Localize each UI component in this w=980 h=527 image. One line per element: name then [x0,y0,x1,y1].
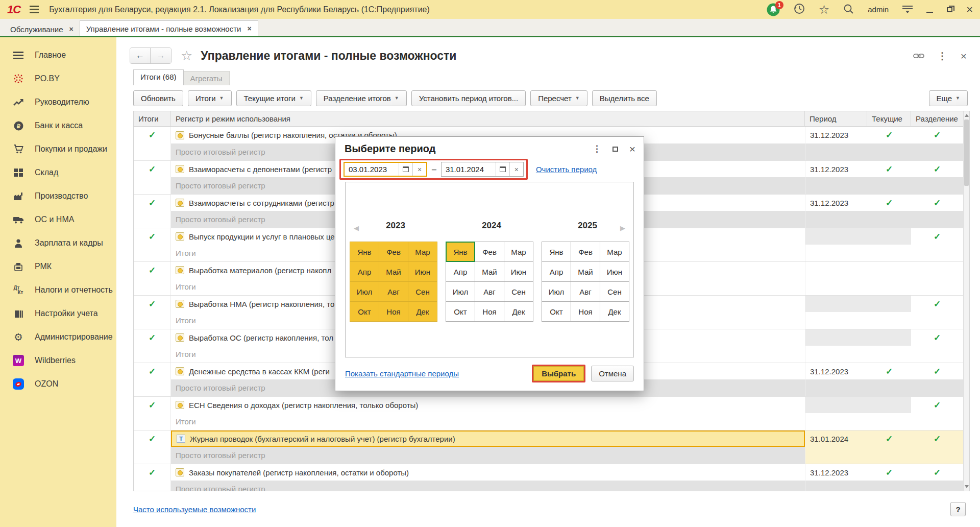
sidebar-item-dtkt[interactable]: ДтКтНалоги и отчетность [0,278,116,302]
sidebar-item-person[interactable]: Зарплата и кадры [0,231,116,255]
month-cell-2023-Ноя[interactable]: Ноя [379,301,408,322]
scroll-up-icon[interactable] [965,114,969,117]
month-cell-2024-Июн[interactable]: Июн [504,261,533,282]
period-to-field[interactable]: 31.01.2024 × [441,162,524,177]
history-icon[interactable] [794,3,805,16]
month-cell-2025-Июл[interactable]: Июл [542,281,571,302]
sidebar-item-wb[interactable]: WWildberries [0,349,116,372]
register-mode-row[interactable]: Просто итоговый регистр [134,481,963,491]
toolbar-button[interactable]: Разделение итогов▼ [316,90,407,106]
service-menu-icon[interactable] [902,6,913,13]
month-cell-2023-Окт[interactable]: Окт [350,301,379,322]
close-form-icon[interactable]: × [961,51,967,61]
month-cell-2024-Апр[interactable]: Апр [446,261,475,282]
toolbar-button[interactable]: Пересчет▼ [530,90,587,106]
sidebar-item-factory[interactable]: Производство [0,184,116,208]
month-cell-2024-Фев[interactable]: Фев [475,242,504,262]
month-cell-2023-Сен[interactable]: Сен [408,281,437,302]
more-button[interactable]: Еще▼ [929,90,968,106]
sidebar-item-ozon[interactable]: OZON [0,372,116,396]
period-from-value[interactable]: 03.01.2023 [345,165,399,174]
standard-periods-link[interactable]: Показать стандартные периоды [345,369,459,378]
tab-aggregates[interactable]: Агрегаты [184,71,230,85]
sidebar-item-warehouse[interactable]: Склад [0,161,116,184]
month-cell-2024-Сен[interactable]: Сен [504,281,533,302]
search-icon[interactable] [843,4,854,16]
notifications-bell-icon[interactable]: 1 [767,3,780,16]
sidebar-item-menu[interactable]: Главное [0,43,116,67]
month-cell-2024-Мар[interactable]: Мар [504,242,533,262]
period-from-field[interactable]: 03.01.2023 × [344,162,427,177]
select-button[interactable]: Выбрать [533,366,584,381]
register-mode-row[interactable]: Итоги [134,413,963,430]
back-button[interactable]: ← [130,48,151,63]
dialog-maximize-icon[interactable] [612,147,618,152]
tab-totals-management[interactable]: Управление итогами - полные возможности … [80,20,258,36]
add-favorite-star-icon[interactable]: ☆ [181,48,192,64]
period-to-value[interactable]: 31.01.2024 [442,165,496,174]
month-cell-2024-Май[interactable]: Май [475,261,504,282]
month-cell-2023-Май[interactable]: Май [379,261,408,282]
main-menu-icon[interactable] [30,6,39,13]
more-actions-icon[interactable]: ⋮ [938,51,947,61]
month-cell-2025-Мар[interactable]: Мар [600,242,629,262]
toolbar-button[interactable]: Итоги▼ [188,90,232,106]
tab-close-icon[interactable]: × [247,25,251,33]
window-minimize-button[interactable] [926,12,933,13]
table-row[interactable]: ✓Заказы покупателей (регистр накопления,… [134,464,963,481]
toolbar-button[interactable]: Текущие итоги▼ [236,90,311,106]
sidebar-item-bank[interactable]: ₽Банк и касса [0,114,116,137]
scroll-down-icon[interactable] [965,485,969,488]
month-cell-2023-Июн[interactable]: Июн [408,261,437,282]
sidebar-item-gear[interactable]: ⚙Администрирование [0,325,116,349]
month-cell-2023-Июл[interactable]: Июл [350,281,379,302]
favorites-star-icon[interactable]: ☆ [819,4,830,16]
month-cell-2024-Дек[interactable]: Дек [504,301,533,322]
month-cell-2024-Авг[interactable]: Авг [475,281,504,302]
month-cell-2025-Окт[interactable]: Окт [542,301,571,322]
toolbar-button[interactable]: Выделить все [592,90,657,106]
date-picker-icon[interactable] [399,163,412,176]
month-cell-2025-Дек[interactable]: Дек [600,301,629,322]
toolbar-button[interactable]: Обновить [133,90,183,106]
sidebar-item-cart[interactable]: Покупки и продажи [0,137,116,161]
clear-date-icon[interactable]: × [412,163,426,176]
month-cell-2025-Сен[interactable]: Сен [600,281,629,302]
current-user[interactable]: admin [868,5,889,14]
sidebar-item-books[interactable]: Настройки учета [0,302,116,325]
dialog-close-icon[interactable]: × [629,143,635,154]
clear-date-icon[interactable]: × [509,162,523,176]
sidebar-item-cashbox[interactable]: РМК [0,255,116,278]
month-cell-2023-Дек[interactable]: Дек [408,301,437,322]
clear-period-link[interactable]: Очистить период [536,165,597,174]
month-cell-2025-Ноя[interactable]: Ноя [571,301,600,322]
month-cell-2025-Янв[interactable]: Янв [542,242,571,262]
month-cell-2023-Фев[interactable]: Фев [379,242,408,262]
tab-service[interactable]: Обслуживание × [4,22,80,36]
vertical-scrollbar[interactable] [963,111,969,491]
month-cell-2025-Июн[interactable]: Июн [600,261,629,282]
month-cell-2025-Авг[interactable]: Авг [571,281,600,302]
table-row[interactable]: ✓ТЖурнал проводок (бухгалтерский и налог… [134,430,963,447]
month-cell-2023-Янв[interactable]: Янв [350,242,379,262]
month-cell-2024-Янв[interactable]: Янв [446,242,475,262]
sidebar-item-poby[interactable]: PO.BY [0,67,116,90]
get-link-icon[interactable] [913,51,924,61]
month-cell-2023-Апр[interactable]: Апр [350,261,379,282]
window-close-button[interactable]: × [966,4,973,15]
month-cell-2024-Окт[interactable]: Окт [446,301,475,322]
tab-totals[interactable]: Итоги (68) [133,69,184,85]
sidebar-item-truck[interactable]: ОС и НМА [0,208,116,231]
dialog-more-icon[interactable]: ⋮ [593,145,601,153]
month-cell-2025-Май[interactable]: Май [571,261,600,282]
help-button[interactable]: ? [950,502,966,516]
month-cell-2023-Мар[interactable]: Мар [408,242,437,262]
month-cell-2024-Июл[interactable]: Июл [446,281,475,302]
month-cell-2024-Ноя[interactable]: Ноя [475,301,504,322]
toolbar-button[interactable]: Установить период итогов... [411,90,526,106]
month-cell-2023-Авг[interactable]: Авг [379,281,408,302]
tab-close-icon[interactable]: × [69,25,74,33]
forward-button[interactable]: → [151,48,171,63]
month-cell-2025-Апр[interactable]: Апр [542,261,571,282]
scrollbar-thumb[interactable] [964,119,969,186]
